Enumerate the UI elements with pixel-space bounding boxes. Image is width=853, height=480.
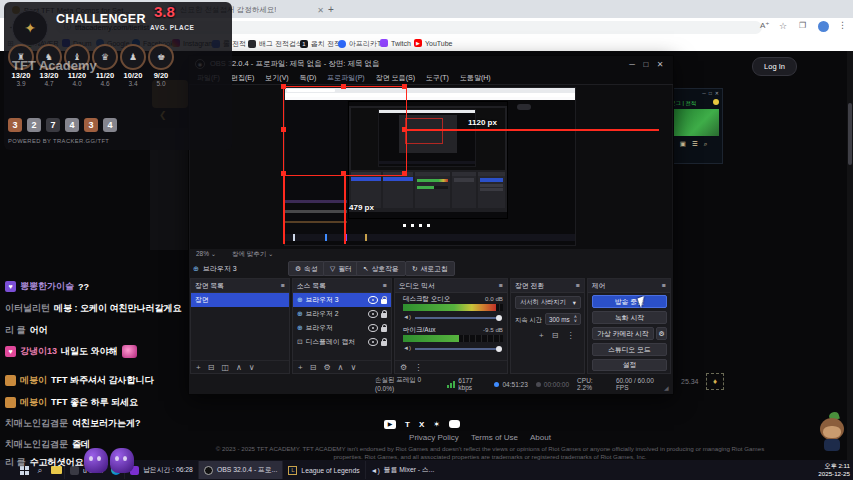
taskbar-app-obs[interactable]: OBS 32.0.4 - 프로... <box>198 461 282 479</box>
visibility-icon[interactable] <box>368 296 378 304</box>
menu-tools[interactable]: 도구(T) <box>426 73 449 83</box>
terms-link[interactable]: Terms of Use <box>471 433 518 442</box>
transitions-dock-header[interactable]: 장면 전환≡ <box>511 279 584 293</box>
interact-button[interactable]: ↖상호작용 <box>356 261 406 276</box>
log-list-icon[interactable]: ☰ <box>692 140 698 148</box>
menu-profile[interactable]: 프로파일(P) <box>327 73 364 83</box>
filters-button[interactable]: ▽필터 <box>323 261 359 276</box>
visibility-icon[interactable] <box>368 338 378 346</box>
scenes-dock-header[interactable]: 장면 목록≡ <box>191 279 289 293</box>
widget-box-icon[interactable]: ♦ <box>706 373 724 390</box>
bookmark-ow-stats[interactable]: 1옵치 전적 <box>300 39 341 49</box>
volume-slider[interactable] <box>415 317 501 319</box>
speaker-icon[interactable]: ◄) <box>403 314 411 320</box>
taskbar-app-lol[interactable]: LLeague of Legends <box>282 461 364 479</box>
preview-fit-button[interactable]: 창에 맞추기 ⌄ <box>232 250 274 259</box>
menu-scene-collection[interactable]: 장면 모음(S) <box>376 73 415 83</box>
dock-menu-icon[interactable]: ≡ <box>383 282 387 289</box>
resize-grip[interactable]: ◢ <box>664 384 669 391</box>
lock-icon[interactable] <box>381 299 387 304</box>
lock-icon[interactable] <box>381 313 387 318</box>
bookmark-star-icon[interactable]: ☆ <box>779 21 787 31</box>
menu-edit[interactable]: 편집(E) <box>231 73 254 83</box>
source-item[interactable]: ⊡디스플레이 캡처 <box>293 335 391 349</box>
move-up-icon[interactable]: ∧ <box>236 363 242 372</box>
bookmark-afreeca[interactable]: 아프리카TV <box>338 39 386 49</box>
log-search-icon[interactable]: ⌕ <box>704 140 708 148</box>
virtual-camera-button[interactable]: 가상 카메라 시작 <box>592 327 654 340</box>
page-scrollbar-thumb[interactable] <box>848 103 852 165</box>
crop-handle[interactable] <box>281 127 286 132</box>
duration-input[interactable]: 300 ms∧∨ <box>545 313 581 325</box>
youtube-icon[interactable]: ▶ <box>384 420 396 429</box>
add-source-icon[interactable]: + <box>298 363 303 372</box>
privacy-policy-link[interactable]: Privacy Policy <box>409 433 459 442</box>
log-close-icon[interactable]: ✕ <box>715 90 719 99</box>
mixer-more-icon[interactable]: ⋮ <box>414 363 422 372</box>
x-icon[interactable]: X <box>419 420 424 429</box>
lock-icon[interactable] <box>381 327 387 332</box>
transition-type-select[interactable]: 서서히 사라지기▾ <box>515 296 581 309</box>
source-item[interactable]: ⊕브라우저 2 <box>293 307 391 321</box>
mixer-gear-icon[interactable]: ⚙ <box>400 363 407 372</box>
taskbar-app-mixer[interactable]: ◄)볼륨 Mixer - 스... <box>365 461 440 479</box>
dock-menu-icon[interactable]: ≡ <box>499 282 503 289</box>
mascot-avatar[interactable] <box>816 412 848 456</box>
crop-handle[interactable] <box>402 171 407 176</box>
virtual-camera-config-icon[interactable]: ⚙ <box>656 327 667 340</box>
profile-avatar[interactable] <box>818 21 829 32</box>
visibility-icon[interactable] <box>368 324 378 332</box>
crop-rectangle[interactable] <box>283 86 407 176</box>
crop-handle[interactable] <box>341 84 346 89</box>
dock-menu-icon[interactable]: ≡ <box>576 282 580 289</box>
studio-mode-button[interactable]: 스튜디오 모드 <box>592 343 667 356</box>
bookmark-twitch[interactable]: Twitch <box>380 39 411 47</box>
controls-dock-header[interactable]: 제어≡ <box>588 279 670 293</box>
properties-button[interactable]: ⚙속성 <box>288 261 325 276</box>
start-recording-button[interactable]: 녹화 시작 <box>592 311 667 324</box>
menu-dock[interactable]: 독(D) <box>300 73 317 83</box>
spinner-icons[interactable]: ∧∨ <box>574 315 577 323</box>
crop-handle[interactable] <box>341 171 346 176</box>
obs-title-bar[interactable]: ◉ OBS 32.0.4 - 프로파일: 제목 없음 - 장면: 제목 없음 ─… <box>189 56 673 72</box>
sources-dock-header[interactable]: 소스 목록≡ <box>293 279 391 293</box>
obs-close-icon[interactable]: ✕ <box>653 60 667 69</box>
add-transition-icon[interactable]: + <box>539 331 544 340</box>
scene-item[interactable]: 장면 <box>191 293 289 307</box>
volume-slider[interactable] <box>415 348 501 350</box>
remove-transition-icon[interactable]: ⊟ <box>552 331 559 340</box>
crop-handle[interactable] <box>281 171 286 176</box>
new-tab-button[interactable]: + <box>328 4 334 15</box>
menu-help[interactable]: 도움말(H) <box>460 73 491 83</box>
side-panel-icon[interactable]: ❐ <box>799 21 806 30</box>
lock-icon[interactable] <box>381 341 387 346</box>
translate-icon[interactable]: A⁺ <box>760 21 770 30</box>
move-down-icon[interactable]: ∨ <box>350 363 356 372</box>
discord-icon[interactable] <box>449 420 460 428</box>
obs-minimize-icon[interactable]: ─ <box>625 60 639 69</box>
scene-filters-icon[interactable]: ◫ <box>221 363 229 372</box>
source-properties-icon[interactable]: ⚙ <box>323 363 330 372</box>
log-capture-icon[interactable]: ▣ <box>680 140 686 148</box>
crop-handle[interactable] <box>402 84 407 89</box>
crop-handle[interactable] <box>281 84 286 89</box>
visibility-icon[interactable] <box>368 310 378 318</box>
menu-view[interactable]: 보기(V) <box>265 73 288 83</box>
dock-menu-icon[interactable]: ≡ <box>662 282 666 289</box>
mixer-dock-header[interactable]: 오디오 믹서≡ <box>395 279 507 293</box>
login-button[interactable]: Log In <box>752 57 797 76</box>
about-link[interactable]: About <box>530 433 551 442</box>
refresh-button[interactable]: ↻새로고침 <box>405 261 455 276</box>
taskbar-clock[interactable]: 오후 2:11 2025-12-25 <box>818 462 850 478</box>
log-maximize-icon[interactable]: □ <box>709 90 712 99</box>
remove-source-icon[interactable]: ⊟ <box>310 363 317 372</box>
source-item[interactable]: ⊕브라우저 3 <box>293 293 391 307</box>
preview-zoom-level[interactable]: 28% ⌄ <box>196 250 216 258</box>
add-scene-icon[interactable]: + <box>196 363 201 372</box>
log-minimize-icon[interactable]: ─ <box>702 90 706 99</box>
volume-slider-knob[interactable] <box>496 346 502 352</box>
transition-more-icon[interactable]: ⋮ <box>566 331 574 340</box>
dock-menu-icon[interactable]: ≡ <box>281 282 285 289</box>
crop-handle[interactable] <box>402 127 407 132</box>
bluesky-icon[interactable]: ✶ <box>433 420 440 429</box>
